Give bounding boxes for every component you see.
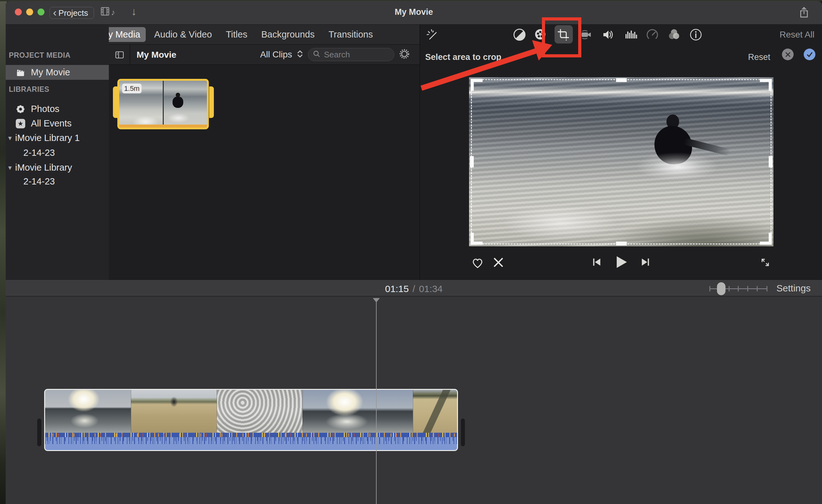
stabilization-camera-icon[interactable] (579, 28, 593, 42)
back-to-projects-button[interactable]: ‹ Projects (49, 7, 94, 19)
audio-waveform (45, 433, 457, 450)
video-preview[interactable] (469, 77, 773, 246)
timecode-display: 01:15 / 01:34 (385, 284, 443, 294)
crop-corner-handle[interactable] (471, 233, 483, 245)
timeline-trim-handle-left[interactable] (37, 419, 41, 446)
libraries-header: LIBRARIES (9, 85, 49, 94)
title-bar: ‹ Projects ♪ ↓ My Movie (6, 1, 822, 25)
clip-trim-handle-left[interactable] (113, 86, 118, 118)
share-icon[interactable] (797, 6, 811, 20)
crop-hint-label: Select area to crop (425, 52, 501, 62)
browser-settings-gear-icon[interactable] (399, 48, 410, 61)
sidebar-item-label: iMovie Library 1 (15, 133, 80, 143)
total-duration: 01:34 (419, 284, 443, 294)
sidebar-item-label: All Events (31, 118, 72, 129)
chevron-down-icon[interactable]: ▾ (8, 134, 12, 142)
sidebar-item-my-movie[interactable]: My Movie (6, 65, 109, 80)
crop-apply-button[interactable] (804, 49, 815, 60)
media-browser-title: My Movie (136, 50, 176, 60)
crop-edge-handle[interactable] (616, 241, 627, 245)
crop-reset-button[interactable]: Reset (748, 52, 770, 62)
clip-trim-handle-right[interactable] (209, 86, 214, 118)
clip-info-icon[interactable] (689, 28, 703, 42)
timeline-zoom-slider[interactable] (709, 282, 767, 295)
chevron-down-icon[interactable]: ▾ (8, 164, 12, 172)
timecode-bar: 01:15 / 01:34 Settings (6, 280, 822, 297)
sidebar-item-event-2-14-23[interactable]: 2-14-23 (6, 145, 109, 160)
clip-duration-badge: 1.5m (122, 84, 142, 93)
sidebar-item-event-2-14-23[interactable]: 2-14-23 (6, 174, 109, 189)
minimize-window-button[interactable] (26, 9, 33, 15)
close-window-button[interactable] (15, 9, 22, 15)
zoom-window-button[interactable] (38, 9, 44, 15)
filmstrip-frame-sand (413, 390, 457, 433)
filmstrip-frame-surf (217, 390, 303, 433)
media-browser-header: My Movie All Clips (109, 45, 420, 65)
sidebar-item-imovie-library[interactable]: ▾ iMovie Library (6, 160, 109, 175)
selected-media-clip[interactable]: 1.5m (117, 79, 209, 129)
back-chevron-icon: ‹ (53, 7, 56, 18)
search-icon (313, 50, 321, 59)
sidebar-item-label: Photos (31, 104, 59, 114)
slider-thumb[interactable] (717, 282, 726, 295)
clip-audio-strip (119, 124, 207, 127)
tab-audio-video[interactable]: Audio & Video (149, 27, 217, 42)
sidebar-item-all-events[interactable]: ★ All Events (6, 116, 109, 131)
sidebar-toggle-icon[interactable] (114, 50, 124, 61)
search-field[interactable] (308, 48, 394, 61)
timeline-filmstrip (45, 390, 457, 433)
viewer-transport-bar (420, 252, 822, 277)
back-to-projects-label: Projects (58, 8, 88, 18)
timeline[interactable] (6, 297, 822, 504)
timeline-trim-handle-right[interactable] (461, 419, 465, 446)
photos-flower-icon (16, 104, 25, 114)
search-input[interactable] (323, 49, 390, 60)
crop-corner-handle[interactable] (471, 79, 483, 91)
clip-frame-divider (163, 81, 164, 127)
tab-transitions[interactable]: Transitions (323, 27, 378, 42)
sidebar-item-imovie-library-1[interactable]: ▾ iMovie Library 1 (6, 130, 109, 145)
time-separator: / (413, 284, 415, 294)
sidebar-item-label: iMovie Library (15, 162, 72, 173)
clip-filter-stepper-icon[interactable] (297, 49, 304, 60)
sidebar-item-photos[interactable]: Photos (6, 101, 109, 116)
play-button[interactable] (614, 255, 628, 271)
sidebar-item-label: My Movie (31, 67, 70, 78)
playhead-line[interactable] (376, 302, 377, 504)
all-events-star-icon: ★ (16, 119, 25, 128)
crop-cancel-button[interactable] (782, 49, 794, 60)
enhance-magic-wand-icon[interactable] (425, 28, 439, 42)
clip-filter-value[interactable]: All Clips (260, 49, 292, 60)
tab-titles[interactable]: Titles (221, 27, 253, 42)
crop-corner-handle[interactable] (760, 233, 772, 245)
sidebar-item-label: 2-14-23 (23, 148, 55, 158)
crop-edge-handle[interactable] (470, 156, 474, 167)
filmstrip-frame-sunset-2 (303, 390, 413, 433)
import-download-icon[interactable]: ↓ (131, 5, 136, 18)
clip-thumbnail-frame (163, 81, 207, 127)
current-time: 01:15 (385, 284, 409, 294)
sidebar-item-label: 2-14-23 (23, 176, 55, 187)
crop-edge-handle[interactable] (769, 156, 773, 167)
media-browser-icon[interactable]: ♪ (100, 6, 115, 17)
timeline-clip[interactable] (44, 389, 458, 451)
fullscreen-icon[interactable] (759, 256, 772, 269)
crop-corner-handle[interactable] (760, 79, 772, 91)
reset-all-button[interactable]: Reset All (780, 30, 815, 40)
filmstrip-frame-beach-walk (131, 390, 217, 433)
noise-reduction-eq-icon[interactable] (624, 28, 638, 42)
color-balance-icon[interactable] (512, 28, 526, 42)
header-divider (130, 45, 130, 64)
skip-to-end-button[interactable] (640, 257, 651, 269)
volume-icon[interactable] (601, 28, 615, 42)
timeline-settings-button[interactable]: Settings (777, 283, 811, 294)
speed-icon[interactable] (646, 28, 659, 42)
filmstrip-frame-sunset (45, 390, 131, 433)
skip-to-start-button[interactable] (592, 257, 602, 269)
tab-backgrounds[interactable]: Backgrounds (256, 27, 320, 42)
crop-selection-overlay[interactable] (471, 79, 772, 244)
window-title: My Movie (395, 7, 433, 17)
clip-filters-icon[interactable] (667, 28, 681, 42)
music-note-icon: ♪ (111, 8, 115, 17)
crop-edge-handle[interactable] (616, 78, 627, 82)
